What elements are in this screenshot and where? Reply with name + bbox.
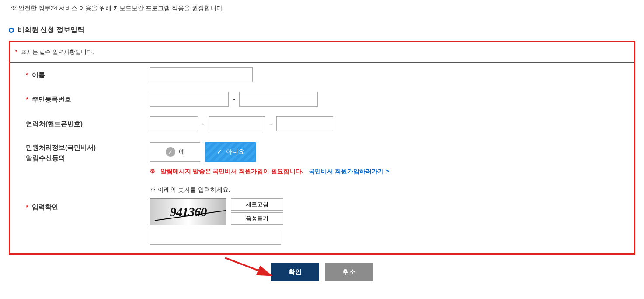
keyboard-security-note: ※ 안전한 정부24 서비스 이용을 위해 키보드보안 프로그램 적용을 권장합…: [9, 4, 635, 12]
captcha-image: 941360: [150, 198, 226, 225]
dash: -: [202, 120, 205, 127]
captcha-input[interactable]: [150, 230, 281, 245]
required-note: * 표시는 필수 입력사항입니다.: [10, 42, 634, 63]
phone-input-2[interactable]: [209, 116, 265, 131]
notification-yes-button[interactable]: ✓ 예: [150, 142, 200, 162]
row-phone: 연락처(핸드폰번호) - -: [10, 112, 634, 136]
row-captcha: * 입력확인 ※ 아래의 숫자를 입력하세요. 941360 새로고침 음성듣기: [10, 180, 634, 253]
notification-toggle-group: ✓ 예 ✓ 아니요: [150, 142, 625, 162]
required-star-icon: *: [15, 49, 17, 55]
label-phone-text: 연락처(핸드폰번호): [26, 120, 83, 127]
notification-no-label: 아니요: [226, 148, 244, 156]
bullet-icon: [9, 28, 14, 33]
check-icon: ✓: [217, 148, 223, 156]
name-input[interactable]: [150, 67, 253, 82]
section-title: 비회원 신청 정보입력: [9, 25, 635, 35]
section-title-text: 비회원 신청 정보입력: [17, 25, 84, 35]
label-name: * 이름: [19, 70, 150, 80]
svg-line-0: [225, 258, 271, 275]
row-ssn: * 주민등록번호 -: [10, 87, 634, 112]
notice-red-text: 알림메시지 발송은 국민비서 회원가입이 필요합니다.: [160, 168, 303, 175]
confirm-button[interactable]: 확인: [271, 263, 319, 281]
label-notification-line1: 민원처리정보(국민비서): [26, 142, 150, 153]
label-ssn-text: 주민등록번호: [32, 95, 71, 103]
label-name-text: 이름: [32, 71, 45, 78]
required-note-text: 표시는 필수 입력사항입니다.: [21, 49, 94, 55]
label-ssn: * 주민등록번호: [19, 94, 150, 105]
notice-red-text: [157, 168, 159, 175]
dash: -: [270, 120, 272, 127]
captcha-audio-button[interactable]: 음성듣기: [231, 212, 283, 225]
notification-yes-label: 예: [179, 148, 185, 156]
required-star-icon: *: [26, 71, 28, 78]
form-box: * 표시는 필수 입력사항입니다. * 이름 * 주민등록번호 - 연락처(핸드…: [9, 41, 635, 255]
captcha-help: ※ 아래의 숫자를 입력하세요.: [150, 186, 625, 194]
required-star-icon: *: [26, 203, 28, 211]
label-notification: 민원처리정보(국민비서) 알림수신동의: [19, 142, 150, 163]
notice-prefix: ※: [150, 168, 155, 175]
label-captcha-text: 입력확인: [32, 203, 58, 211]
required-star-icon: *: [26, 95, 28, 103]
label-notification-line2: 알림수신동의: [26, 153, 150, 163]
notification-notice: ※ 알림메시지 발송은 국민비서 회원가입이 필요합니다. 국민비서 회원가입하…: [150, 168, 625, 176]
label-phone: 연락처(핸드폰번호): [19, 119, 150, 129]
signup-link[interactable]: 국민비서 회원가입하러가기 >: [309, 168, 389, 175]
dash: -: [233, 96, 235, 103]
captcha-value: 941360: [170, 204, 207, 219]
ssn-input-1[interactable]: [150, 92, 229, 107]
label-captcha: * 입력확인: [19, 186, 150, 212]
check-icon: ✓: [166, 147, 175, 157]
actions-row: 확인 취소: [9, 263, 635, 281]
ssn-input-2[interactable]: [239, 92, 318, 107]
row-notification: 민원처리정보(국민비서) 알림수신동의 ✓ 예 ✓ 아니요 ※ 알림메시지 발송…: [10, 136, 634, 180]
phone-input-3[interactable]: [276, 116, 333, 131]
phone-input-1[interactable]: [150, 116, 198, 131]
row-name: * 이름: [10, 63, 634, 87]
captcha-refresh-button[interactable]: 새로고침: [231, 198, 283, 211]
cancel-button[interactable]: 취소: [325, 263, 373, 281]
notification-no-button[interactable]: ✓ 아니요: [205, 142, 256, 162]
